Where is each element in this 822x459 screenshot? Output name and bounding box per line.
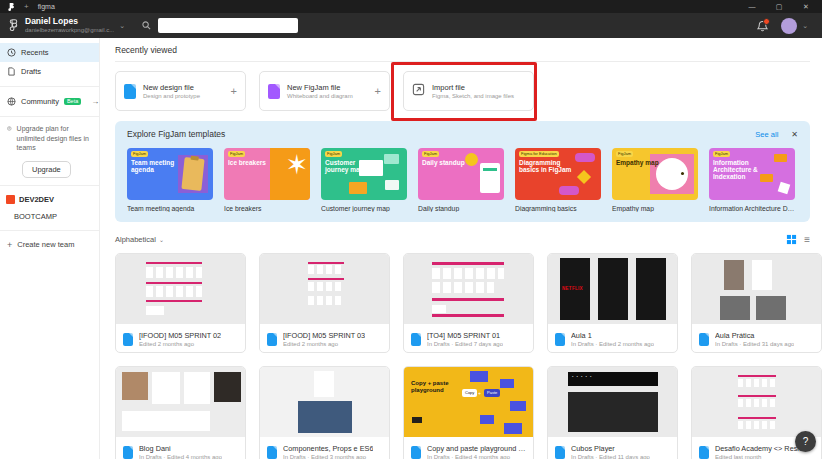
- file-card-cubos-player[interactable]: • • • • • Cubos Player In Drafts · Edite…: [547, 366, 678, 459]
- template-label: Empathy map: [612, 205, 698, 212]
- file-card-componentes[interactable]: Componentes, Props e ES6 In Drafts · Edi…: [259, 366, 390, 459]
- new-figjam-file-card[interactable]: New FigJam file Whiteboard and diagram +: [259, 71, 390, 111]
- file-card-aula-1[interactable]: NETFLIX Aula 1 In Drafts · Edited 2 mont…: [547, 253, 678, 353]
- template-label: Daily standup: [418, 205, 504, 212]
- file-text: Componentes, Props e ES6 In Drafts · Edi…: [283, 444, 373, 459]
- main-area: Recents Drafts Community Beta → Upgrade …: [0, 38, 822, 459]
- decoration: [774, 154, 787, 162]
- template-label: Ice breakers: [224, 205, 310, 212]
- see-all-link[interactable]: See all: [755, 130, 778, 139]
- file-card-to4-sprint-01[interactable]: [TO4] M05 SPRINT 01 In Drafts · Edited 7…: [403, 253, 534, 353]
- file-card-ifood-sprint-02[interactable]: [IFOOD] M05 SPRINT 02 Edited 2 months ag…: [115, 253, 246, 353]
- template-information-architecture[interactable]: FigJam Information Architecture & Indexa…: [709, 148, 795, 212]
- sidebar-divider: [0, 185, 99, 186]
- search-input[interactable]: [158, 18, 298, 33]
- notifications-bell-icon[interactable]: [757, 20, 768, 32]
- sidebar-team-bootcamp[interactable]: BOOTCAMP: [0, 208, 99, 225]
- sidebar-divider: [0, 86, 99, 87]
- file-thumbnail: [692, 254, 821, 324]
- file-card-copy-paste-playground[interactable]: Copy + paste playground Copy + Paste Cop…: [403, 366, 534, 459]
- card-subtitle: Design and prototype: [143, 92, 200, 100]
- sidebar-divider: [0, 116, 99, 117]
- file-meta: [IFOOD] M05 SPRINT 03 Edited 2 months ag…: [260, 324, 389, 353]
- window-tab-label[interactable]: figma: [38, 3, 55, 10]
- sidebar-item-recents[interactable]: Recents: [0, 43, 99, 62]
- list-view-icon[interactable]: ≡: [804, 235, 810, 245]
- file-name: [IFOOD] M05 SPRINT 02: [139, 331, 221, 340]
- minimize-icon[interactable]: —: [743, 3, 761, 10]
- file-thumbnail: [404, 254, 533, 324]
- figjam-badge: FigJam: [616, 151, 633, 157]
- file-card-blog-dani[interactable]: Blog Dani In Drafts · Edited 4 months ag…: [115, 366, 246, 459]
- chevron-down-icon: ⌄: [159, 237, 164, 243]
- account-chevron-down-icon[interactable]: ⌄: [119, 22, 125, 30]
- import-file-card[interactable]: Import file Figma, Sketch, and image fil…: [403, 71, 534, 111]
- sidebar-item-label: Community: [21, 97, 59, 106]
- figma-app-icon[interactable]: [7, 3, 15, 11]
- netflix-logo-text: NETFLIX: [562, 286, 583, 291]
- template-team-meeting-agenda[interactable]: FigJam Team meeting agenda Team meeting …: [127, 148, 213, 212]
- upgrade-button[interactable]: Upgrade: [22, 161, 71, 178]
- sidebar-divider: [0, 230, 99, 231]
- user-name: Daniel Lopes: [25, 17, 114, 26]
- file-text: Cubos Player In Drafts · Edited 11 days …: [571, 444, 650, 459]
- help-button[interactable]: ?: [795, 431, 816, 452]
- figma-file-icon: [699, 446, 709, 459]
- template-empathy-map[interactable]: FigJam Empathy map Empathy map: [612, 148, 698, 212]
- upgrade-arrow-icon: [7, 124, 12, 133]
- template-customer-journey-map[interactable]: FigJam Customer journey map Customer jou…: [321, 148, 407, 212]
- file-meta: Blog Dani In Drafts · Edited 4 months ag…: [116, 437, 245, 459]
- figma-file-icon: [267, 446, 277, 459]
- sort-dropdown[interactable]: Alphabetical⌄: [115, 235, 164, 244]
- account-switcher[interactable]: Daniel Lopes danielbezerraworkpng@gmail.…: [25, 17, 114, 34]
- plus-icon[interactable]: +: [375, 85, 381, 97]
- figjam-file-icon: [268, 84, 280, 99]
- file-thumbnail: [116, 254, 245, 324]
- grid-view-icon[interactable]: [786, 234, 797, 245]
- close-window-icon[interactable]: ✕: [797, 3, 815, 10]
- sidebar-item-drafts[interactable]: Drafts: [0, 62, 99, 81]
- template-thumbnail: FigJam Ice breakers ✶: [224, 148, 310, 200]
- plus-icon[interactable]: +: [231, 85, 237, 97]
- figjam-badge: FigJam: [131, 151, 148, 157]
- decoration: [385, 180, 399, 190]
- thumbnail-title: Daily standup: [422, 159, 470, 166]
- template-daily-standup[interactable]: FigJam Daily standup Daily standup: [418, 148, 504, 212]
- template-ice-breakers[interactable]: FigJam Ice breakers ✶ Ice breakers: [224, 148, 310, 212]
- team-name: DEV2DEV: [19, 195, 54, 204]
- maximize-icon[interactable]: ▢: [770, 3, 788, 10]
- new-tab-icon[interactable]: +: [24, 3, 29, 11]
- team-color-icon: [6, 195, 15, 204]
- window-titlebar: + figma — ▢ ✕: [0, 0, 822, 13]
- file-text: [IFOOD] M05 SPRINT 03 Edited 2 months ag…: [283, 331, 365, 348]
- avatar[interactable]: [781, 18, 797, 34]
- file-thumbnail: [692, 367, 821, 437]
- design-file-icon: [124, 84, 136, 99]
- user-email: danielbezerraworkpng@gmail.c...: [25, 26, 114, 34]
- avatar-chevron-down-icon[interactable]: ⌄: [802, 22, 808, 30]
- template-label: Customer journey map: [321, 205, 407, 212]
- template-row: FigJam Team meeting agenda Team meeting …: [127, 148, 798, 212]
- plus-icon: +: [478, 390, 481, 396]
- figma-file-icon: [267, 333, 277, 346]
- create-new-team-button[interactable]: + Create new team: [0, 236, 99, 254]
- file-meta: [IFOOD] M05 SPRINT 02 Edited 2 months ag…: [116, 324, 245, 353]
- sidebar-team-dev2dev[interactable]: DEV2DEV: [0, 191, 99, 208]
- file-card-ifood-sprint-03[interactable]: [IFOOD] M05 SPRINT 03 Edited 2 months ag…: [259, 253, 390, 353]
- upgrade-plan-note: Upgrade plan for unlimited design files …: [0, 122, 99, 155]
- close-banner-icon[interactable]: ✕: [791, 130, 798, 139]
- upgrade-plan-text: Upgrade plan for unlimited design files …: [17, 124, 92, 153]
- template-diagramming-basics[interactable]: Figma for Education Diagramming basics i…: [515, 148, 601, 212]
- file-card-aula-pratica[interactable]: Aula Prática In Drafts · Edited 31 days …: [691, 253, 822, 353]
- decoration: [778, 182, 791, 195]
- file-edited: In Drafts · Edited 2 months ago: [571, 340, 654, 348]
- sidebar: Recents Drafts Community Beta → Upgrade …: [0, 38, 100, 459]
- thumbnail-title: Ice breakers: [228, 159, 276, 166]
- banner-actions: See all ✕: [755, 130, 798, 139]
- file-thumbnail: [260, 254, 389, 324]
- file-edited: In Drafts · Edited 4 months ago: [427, 453, 526, 459]
- new-design-file-card[interactable]: New design file Design and prototype +: [115, 71, 246, 111]
- clock-icon: [7, 48, 16, 57]
- file-text: Copy and paste playground (Com... In Dra…: [427, 444, 526, 459]
- sidebar-item-community[interactable]: Community Beta →: [0, 92, 99, 111]
